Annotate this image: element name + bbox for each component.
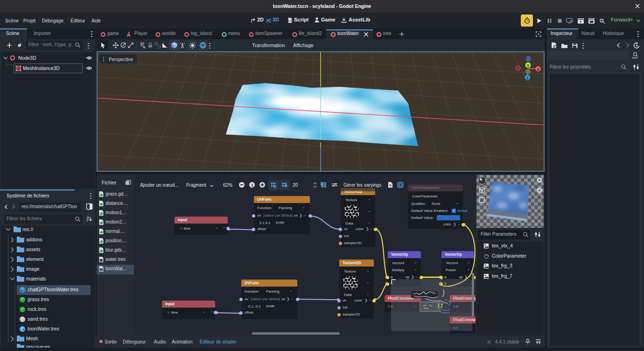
svg-text:Y: Y: [527, 63, 530, 68]
svg-text:X: X: [537, 67, 539, 72]
svg-text:Z: Z: [526, 76, 529, 80]
svg-text:DOC: DOC: [632, 56, 638, 59]
svg-text:Perspective: Perspective: [109, 57, 133, 62]
svg-text:1: 1: [251, 183, 253, 188]
